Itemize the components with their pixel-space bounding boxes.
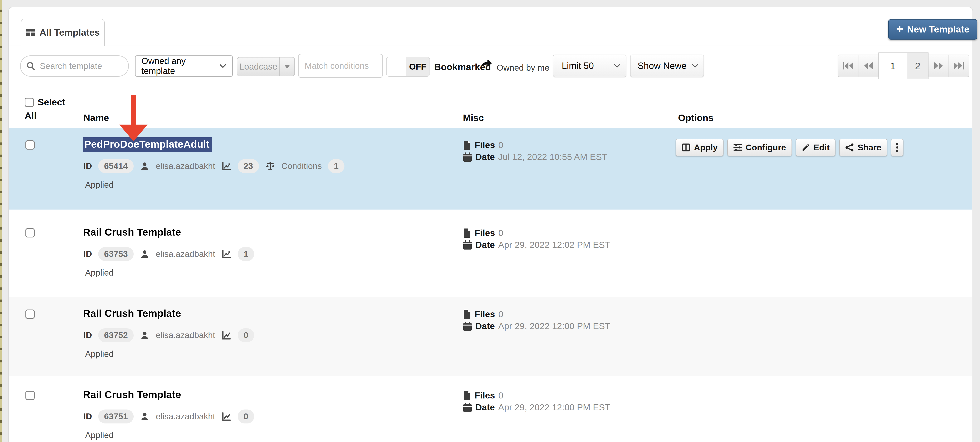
- id-badge: 63752: [98, 328, 134, 342]
- current-page-box: [878, 52, 907, 79]
- next-page-button[interactable]: [928, 55, 949, 77]
- file-icon: [463, 140, 471, 150]
- user-icon: [140, 249, 150, 259]
- next-page-icon: [933, 61, 944, 70]
- calendar-icon: [463, 321, 472, 331]
- caret-down-icon[interactable]: [279, 57, 294, 76]
- columns-icon: [681, 143, 690, 152]
- calendar-icon: [463, 152, 472, 162]
- owned-filter-value: Owned any template: [142, 56, 220, 76]
- files-label: Files: [474, 140, 495, 150]
- chart-icon: [221, 412, 231, 421]
- owned-filter-select[interactable]: Owned any template: [135, 55, 233, 77]
- table-grid-icon: [25, 28, 35, 37]
- apply-label: Apply: [694, 143, 718, 152]
- search-input[interactable]: [40, 61, 123, 71]
- pencil-icon: [802, 143, 810, 152]
- id-label: ID: [83, 249, 92, 259]
- owner-name: elisa.azadbakht: [156, 412, 215, 421]
- file-icon: [463, 391, 471, 401]
- row-select-checkbox[interactable]: [25, 140, 35, 150]
- edit-label: Edit: [814, 143, 830, 152]
- page-2-button[interactable]: 2: [907, 52, 929, 79]
- tab-all-templates[interactable]: All Templates: [21, 19, 105, 46]
- id-label: ID: [83, 330, 92, 340]
- bookmarked-toggle[interactable]: OFF: [386, 57, 430, 77]
- user-icon: [140, 162, 150, 171]
- search-template-box: [20, 55, 129, 77]
- date-label: Date: [476, 402, 495, 412]
- select-all-control: Select All: [25, 95, 77, 123]
- first-page-icon: [842, 61, 854, 70]
- template-name-link[interactable]: Rail Crush Template: [83, 307, 181, 319]
- files-count: 0: [498, 140, 503, 150]
- id-label: ID: [83, 412, 92, 421]
- sliders-icon: [733, 143, 742, 152]
- new-template-label: New Template: [907, 24, 969, 35]
- chart-count-badge: 1: [238, 247, 254, 261]
- files-count: 0: [498, 390, 503, 401]
- configure-label: Configure: [746, 143, 786, 152]
- share-nodes-icon: [845, 143, 854, 152]
- template-row: PedProDoeTemplateAdult ID 65414 elisa.az…: [9, 128, 972, 209]
- chart-count-badge: 0: [238, 410, 254, 423]
- tab-bar-divider: [9, 45, 972, 45]
- id-badge: 65414: [98, 159, 134, 173]
- files-label: Files: [474, 228, 495, 238]
- match-conditions-input[interactable]: [298, 54, 383, 78]
- last-page-button[interactable]: [948, 55, 969, 77]
- first-page-button[interactable]: [838, 55, 858, 77]
- sort-value: Show Newe: [638, 60, 687, 71]
- sort-select[interactable]: Show Newe: [630, 55, 704, 77]
- date-value: Jul 12, 2022 10:55 AM EST: [498, 152, 608, 162]
- prev-page-icon: [863, 61, 873, 70]
- row-select-checkbox[interactable]: [25, 228, 35, 238]
- search-icon: [26, 61, 36, 71]
- owned-by-me-dropdown[interactable]: Owned by me: [497, 63, 558, 73]
- more-options-button[interactable]: [891, 139, 904, 156]
- chart-count-badge: 23: [238, 159, 259, 173]
- row-select-checkbox[interactable]: [25, 309, 35, 319]
- id-badge: 63751: [98, 410, 134, 423]
- owner-name: elisa.azadbakht: [156, 249, 215, 259]
- chevron-down-icon: [614, 64, 620, 68]
- share-label: Share: [858, 143, 881, 152]
- select-all-checkbox[interactable]: [25, 98, 34, 107]
- template-row: Rail Crush Template ID 63752 elisa.azadb…: [9, 297, 972, 376]
- template-name-link[interactable]: Rail Crush Template: [83, 389, 181, 400]
- row-select-checkbox[interactable]: [25, 391, 35, 400]
- limit-select[interactable]: Limit 50: [553, 55, 626, 77]
- id-label: ID: [83, 161, 92, 171]
- applied-status: Applied: [85, 268, 114, 278]
- applied-status: Applied: [85, 430, 114, 440]
- chart-count-badge: 0: [238, 328, 254, 342]
- column-header-name: Name: [83, 112, 109, 123]
- template-name-link[interactable]: Rail Crush Template: [83, 227, 181, 238]
- template-row: Rail Crush Template ID 63753 elisa.azadb…: [9, 216, 972, 294]
- prev-page-button[interactable]: [858, 55, 879, 77]
- loadcase-value: Loadcase: [237, 57, 279, 76]
- share-button[interactable]: Share: [839, 139, 887, 156]
- user-icon: [140, 412, 150, 421]
- apply-button[interactable]: Apply: [676, 139, 724, 156]
- edit-button[interactable]: Edit: [795, 139, 835, 156]
- tab-label: All Templates: [40, 27, 100, 38]
- new-template-button[interactable]: + New Template: [888, 19, 977, 40]
- date-value: Apr 29, 2022 12:00 PM EST: [498, 321, 610, 331]
- calendar-icon: [463, 240, 472, 250]
- date-label: Date: [476, 321, 495, 331]
- chart-icon: [221, 330, 231, 341]
- column-header-misc: Misc: [463, 112, 484, 123]
- column-header-options: Options: [678, 112, 714, 123]
- owner-name: elisa.azadbakht: [156, 161, 215, 171]
- last-page-icon: [953, 61, 965, 70]
- current-page-input[interactable]: [879, 60, 907, 72]
- forward-arrow-icon: [481, 59, 493, 70]
- owner-name: elisa.azadbakht: [156, 330, 215, 340]
- loadcase-dropdown[interactable]: Loadcase: [237, 57, 295, 76]
- screen-left-edge: [0, 0, 2, 442]
- date-label: Date: [476, 240, 495, 250]
- file-icon: [463, 228, 471, 238]
- configure-button[interactable]: Configure: [727, 139, 792, 156]
- template-row: Rail Crush Template ID 63751 elisa.azadb…: [9, 378, 972, 442]
